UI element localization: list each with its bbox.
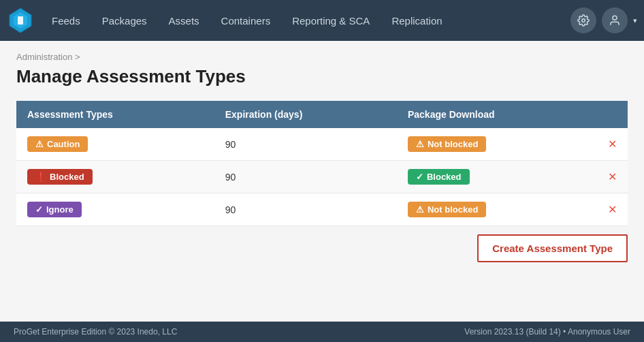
type-badge: ⚠ Caution: [27, 136, 88, 152]
type-label: Ignore: [46, 204, 74, 215]
type-badge: ❗ Blocked: [27, 169, 93, 185]
breadcrumb-separator: >: [75, 52, 80, 62]
user-icon[interactable]: [602, 7, 628, 33]
download-icon: ⚠: [416, 139, 424, 149]
footer-right: Version 2023.13 (Build 14) • Anonymous U…: [464, 327, 630, 337]
download-icon: ⚠: [416, 204, 424, 215]
table-row: ⚠ Caution 90 ⚠ Not blocked ✕: [16, 128, 628, 161]
download-label: Blocked: [427, 172, 462, 182]
type-badge-cell: ✓ Ignore: [16, 193, 214, 226]
breadcrumb-admin[interactable]: Administration: [16, 52, 72, 62]
action-cell: ✕: [597, 193, 628, 226]
nav-assets[interactable]: Assets: [158, 0, 210, 41]
col-package-download: Package Download: [397, 101, 597, 128]
download-badge-cell: ⚠ Not blocked: [397, 128, 597, 161]
table-row: ❗ Blocked 90 ✓ Blocked ✕: [16, 161, 628, 193]
nav-packages[interactable]: Packages: [91, 0, 158, 41]
svg-rect-2: [18, 16, 23, 25]
footer-left: ProGet Enterprise Edition © 2023 Inedo, …: [14, 327, 177, 337]
col-expiration: Expiration (days): [214, 101, 397, 128]
download-badge-cell: ✓ Blocked: [397, 161, 597, 193]
delete-icon[interactable]: ✕: [608, 204, 617, 215]
breadcrumb: Administration >: [16, 52, 628, 62]
nav-feeds[interactable]: Feeds: [41, 0, 91, 41]
download-badge-cell: ⚠ Not blocked: [397, 193, 597, 226]
download-icon: ✓: [416, 172, 423, 182]
type-label: Blocked: [50, 172, 84, 182]
create-button-area: Create Assessment Type: [16, 226, 628, 265]
user-area[interactable]: ▾: [599, 7, 637, 33]
assessment-types-table: Assessment Types Expiration (days) Packa…: [16, 101, 628, 226]
delete-icon[interactable]: ✕: [608, 138, 617, 150]
create-assessment-type-button[interactable]: Create Assessment Type: [477, 234, 628, 262]
svg-point-4: [613, 16, 617, 20]
type-icon: ❗: [35, 172, 46, 182]
type-icon: ✓: [35, 204, 43, 215]
type-label: Caution: [47, 139, 80, 149]
app-logo: [7, 7, 34, 34]
col-assessment-types: Assessment Types: [16, 101, 214, 128]
download-badge: ⚠ Not blocked: [408, 202, 486, 217]
main-nav: Feeds Packages Assets Containers Reporti…: [0, 0, 644, 41]
type-badge-cell: ❗ Blocked: [16, 161, 214, 193]
expiration-cell: 90: [214, 193, 397, 226]
type-badge: ✓ Ignore: [27, 202, 82, 217]
page-header: Administration > Manage Assessment Types: [0, 41, 644, 94]
user-dropdown-arrow: ▾: [633, 16, 637, 25]
download-label: Not blocked: [428, 139, 478, 149]
action-cell: ✕: [597, 161, 628, 193]
expiration-cell: 90: [214, 161, 397, 193]
footer: ProGet Enterprise Edition © 2023 Inedo, …: [0, 322, 644, 342]
main-content: Assessment Types Expiration (days) Packa…: [0, 94, 644, 322]
delete-icon[interactable]: ✕: [608, 171, 617, 183]
svg-point-3: [582, 19, 585, 22]
nav-replication[interactable]: Replication: [381, 0, 453, 41]
settings-icon[interactable]: [570, 7, 596, 33]
table-row: ✓ Ignore 90 ⚠ Not blocked ✕: [16, 193, 628, 226]
type-icon: ⚠: [35, 139, 44, 149]
table-header-row: Assessment Types Expiration (days) Packa…: [16, 101, 628, 128]
col-actions: [597, 101, 628, 128]
action-cell: ✕: [597, 128, 628, 161]
download-badge: ✓ Blocked: [408, 169, 470, 185]
nav-reporting-sca[interactable]: Reporting & SCA: [281, 0, 381, 41]
page-title: Manage Assessment Types: [16, 66, 628, 87]
expiration-cell: 90: [214, 128, 397, 161]
nav-containers[interactable]: Containers: [210, 0, 282, 41]
type-badge-cell: ⚠ Caution: [16, 128, 214, 161]
download-badge: ⚠ Not blocked: [408, 136, 486, 152]
download-label: Not blocked: [428, 204, 478, 215]
